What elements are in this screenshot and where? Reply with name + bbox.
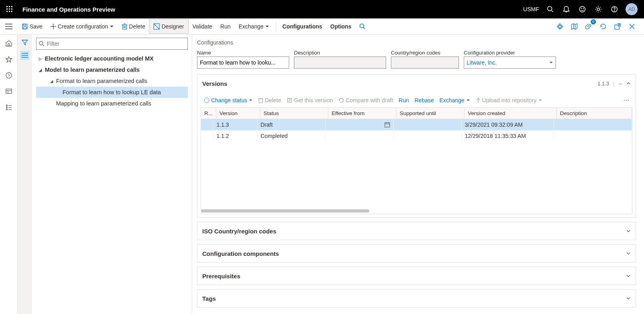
col-created[interactable]: Version created	[465, 108, 557, 119]
configurations-button[interactable]: Configurations	[278, 19, 326, 34]
run-label: Run	[220, 23, 231, 30]
home-icon[interactable]	[3, 38, 14, 49]
run-button[interactable]: Run	[216, 19, 235, 34]
version-exchange-button[interactable]: Exchange	[439, 97, 470, 103]
svg-point-13	[583, 8, 584, 9]
refresh-icon[interactable]	[598, 21, 609, 32]
iso-header[interactable]: ISO Country/region codes	[197, 222, 636, 240]
name-field[interactable]	[197, 57, 289, 69]
tree-filter[interactable]	[36, 38, 188, 50]
provider-select[interactable]: Litware, Inc.	[464, 57, 556, 69]
svg-rect-2	[11, 6, 12, 7]
svg-point-9	[547, 6, 552, 11]
diamond-icon[interactable]	[554, 21, 566, 32]
map-icon[interactable]	[569, 21, 580, 32]
waffle-icon[interactable]	[3, 3, 16, 16]
svg-rect-8	[11, 11, 12, 12]
tree-node[interactable]: Mapping to learn parameterized calls	[36, 98, 188, 109]
modules-icon[interactable]	[3, 102, 14, 113]
desc-label: Description	[294, 50, 386, 56]
svg-rect-41	[8, 44, 10, 46]
table-row[interactable]: 1.1.2 Completed 12/29/2018 11:35:33 AM	[201, 130, 632, 142]
svg-point-47	[6, 107, 7, 108]
exchange-button[interactable]: Exchange	[235, 19, 273, 34]
avatar[interactable]: AD	[626, 3, 638, 15]
prereq-panel: Prerequisites	[197, 267, 636, 285]
tags-panel: Tags	[197, 289, 636, 308]
components-header[interactable]: Configuration components	[197, 245, 636, 262]
create-config-button[interactable]: Create configuration	[46, 19, 118, 34]
change-status-button[interactable]: Change status	[204, 97, 253, 103]
tree-node[interactable]: ◢Model to learn parameterized calls	[36, 64, 188, 75]
popout-icon[interactable]	[612, 21, 623, 32]
gear-icon[interactable]	[594, 4, 603, 14]
version-dash: --	[618, 81, 622, 87]
section-title: Configurations	[197, 39, 636, 46]
tree-node[interactable]: ▷Electronic ledger accounting model MX	[36, 53, 188, 64]
app-header: Finance and Operations Preview USMF AD	[0, 0, 644, 18]
options-button[interactable]: Options	[326, 19, 356, 34]
left-rail	[0, 34, 18, 314]
tree-node-selected[interactable]: Format to learn how to lookup LE data	[36, 87, 188, 98]
delete-button[interactable]: Delete	[118, 19, 149, 34]
list-icon[interactable]	[20, 51, 30, 60]
designer-button[interactable]: Designer	[149, 19, 188, 34]
badge-count: 0	[591, 19, 596, 24]
svg-rect-62	[385, 123, 390, 127]
versions-grid: R... Version Status Effective from Suppo…	[201, 107, 632, 214]
col-r[interactable]: R...	[201, 108, 216, 119]
country-label: Country/region codes	[391, 50, 459, 56]
chevron-down-icon	[626, 251, 631, 256]
help-icon[interactable]	[610, 4, 619, 14]
tree-label: Format to learn how to lookup LE data	[62, 89, 161, 95]
desc-field[interactable]	[294, 57, 386, 69]
col-status[interactable]: Status	[260, 108, 328, 119]
hscrollbar[interactable]	[201, 208, 632, 214]
col-desc[interactable]: Description	[557, 108, 632, 119]
content: Configurations Name Description Country/…	[192, 34, 644, 314]
smile-icon[interactable]	[578, 4, 587, 14]
attachment-icon[interactable]: 0	[583, 21, 594, 32]
action-search-button[interactable]	[355, 19, 370, 34]
star-icon[interactable]	[3, 54, 14, 65]
filter-input[interactable]	[47, 41, 185, 47]
svg-rect-6	[6, 11, 8, 12]
exchange-label: Exchange	[239, 23, 264, 30]
save-button[interactable]: Save	[18, 19, 46, 34]
col-supported[interactable]: Supported until	[396, 108, 465, 119]
table-row[interactable]: 1.1.3 Draft 3/29/2021 09:32:09 AM	[201, 119, 632, 130]
chevron-down-icon	[626, 229, 631, 233]
provider-label: Configuration provider	[464, 50, 556, 56]
chevron-down-icon	[626, 296, 631, 301]
name-label: Name	[197, 50, 289, 56]
workspace-icon[interactable]	[3, 86, 14, 97]
svg-point-16	[614, 11, 615, 11]
svg-point-14	[597, 8, 600, 10]
svg-rect-43	[6, 89, 12, 93]
bell-icon[interactable]	[561, 4, 571, 14]
col-effective[interactable]: Effective from	[328, 108, 396, 119]
clock-icon[interactable]	[3, 70, 14, 81]
rebase-button[interactable]: Rebase	[415, 97, 434, 103]
close-icon[interactable]	[626, 21, 638, 32]
prereq-header[interactable]: Prerequisites	[197, 267, 636, 285]
hamburger-icon[interactable]	[0, 18, 18, 34]
validate-button[interactable]: Validate	[189, 19, 217, 34]
tags-header[interactable]: Tags	[197, 290, 636, 307]
country-field[interactable]	[391, 57, 459, 69]
more-icon[interactable]: ⋯	[624, 97, 629, 103]
options-label: Options	[330, 23, 352, 30]
svg-rect-3	[6, 8, 8, 10]
version-run-button[interactable]: Run	[398, 97, 409, 103]
calendar-icon[interactable]	[384, 122, 390, 128]
versions-header[interactable]: Versions 1.1.3 | --	[197, 75, 636, 92]
tree-node[interactable]: ◢Format to learn parameterized calls	[36, 75, 188, 87]
col-version[interactable]: Version	[216, 108, 260, 119]
svg-point-11	[580, 6, 585, 12]
svg-rect-7	[9, 11, 10, 12]
search-icon[interactable]	[545, 4, 555, 14]
current-version: 1.1.3	[598, 81, 609, 87]
company-code[interactable]: USMF	[523, 6, 539, 12]
funnel-icon[interactable]	[20, 38, 30, 47]
compare-button: Compare with draft	[338, 97, 393, 103]
